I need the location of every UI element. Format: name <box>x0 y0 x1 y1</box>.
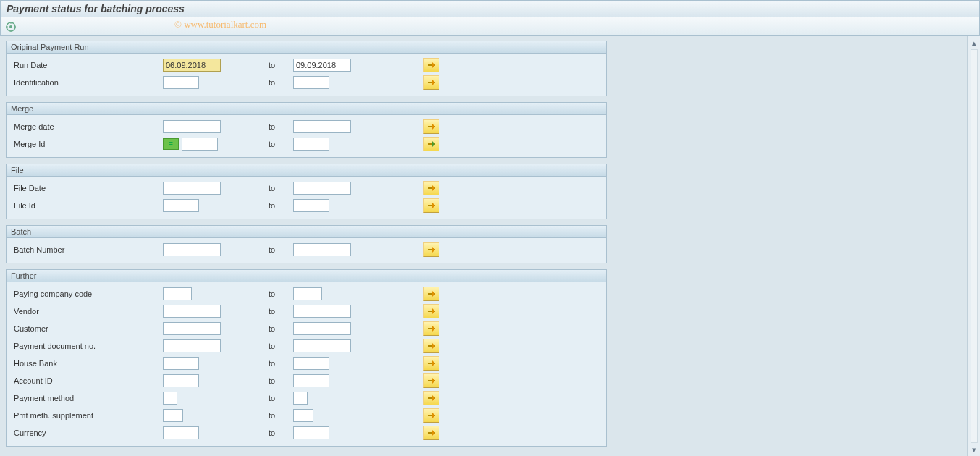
to-label: to <box>264 376 293 385</box>
file-id-from[interactable] <box>163 199 199 212</box>
multiselect-button[interactable] <box>423 304 439 318</box>
scroll-track[interactable] <box>971 49 978 443</box>
group-further: Further Paying company code to Vendor to… <box>6 269 607 447</box>
group-file: File File Date to File Id to <box>6 164 607 219</box>
equals-indicator-icon[interactable] <box>163 138 179 150</box>
label-run-date: Run Date <box>11 61 163 69</box>
multiselect-button-active[interactable] <box>423 137 439 151</box>
currency-to[interactable] <box>293 426 329 439</box>
label-file-id: File Id <box>11 201 163 210</box>
run-date-to[interactable] <box>293 59 351 72</box>
vendor-to[interactable] <box>293 305 351 318</box>
label-customer: Customer <box>11 324 163 333</box>
payment-doc-from[interactable] <box>163 339 221 352</box>
payment-method-from[interactable] <box>163 392 177 405</box>
account-id-to[interactable] <box>293 374 329 387</box>
group-header: Original Payment Run <box>7 41 606 54</box>
multiselect-button[interactable] <box>423 339 439 353</box>
row-currency: Currency to <box>11 424 601 442</box>
multiselect-button[interactable] <box>423 119 439 134</box>
row-payment-method: Payment method to <box>11 389 601 407</box>
merge-id-to[interactable] <box>293 138 329 151</box>
to-label: to <box>264 324 293 333</box>
file-date-from[interactable] <box>163 182 221 195</box>
account-id-from[interactable] <box>163 374 199 387</box>
run-date-from[interactable] <box>163 59 221 72</box>
customer-from[interactable] <box>163 322 221 335</box>
label-merge-date: Merge date <box>11 122 163 131</box>
house-bank-to[interactable] <box>293 357 329 370</box>
watermark-text: © www.tutorialkart.com <box>174 19 266 30</box>
svg-point-1 <box>9 25 12 28</box>
execute-icon[interactable] <box>5 21 17 33</box>
row-file-id: File Id to <box>11 197 601 214</box>
label-house-bank: House Bank <box>11 359 163 368</box>
to-label: to <box>264 245 293 254</box>
selection-screen: Original Payment Run Run Date to Identif… <box>0 36 966 456</box>
multiselect-button[interactable] <box>423 287 439 301</box>
scroll-up-icon[interactable]: ▴ <box>969 38 979 48</box>
multiselect-button[interactable] <box>423 242 439 257</box>
to-label: to <box>264 428 293 437</box>
customer-to[interactable] <box>293 322 351 335</box>
multiselect-button[interactable] <box>423 198 439 213</box>
row-payment-document-no: Payment document no. to <box>11 337 601 355</box>
group-header: File <box>7 164 606 177</box>
label-currency: Currency <box>11 428 163 437</box>
merge-date-from[interactable] <box>163 120 221 133</box>
to-label: to <box>264 122 293 131</box>
batch-number-from[interactable] <box>163 243 221 256</box>
merge-date-to[interactable] <box>293 120 351 133</box>
row-pmt-supplement: Pmt meth. supplement to <box>11 407 601 424</box>
group-original-payment-run: Original Payment Run Run Date to Identif… <box>6 41 607 96</box>
group-header: Batch <box>7 226 606 238</box>
payment-method-to[interactable] <box>293 392 308 405</box>
to-label: to <box>264 61 293 69</box>
row-identification: Identification to <box>11 74 601 91</box>
vendor-from[interactable] <box>163 305 221 318</box>
row-vendor: Vendor to <box>11 303 601 320</box>
group-header: Further <box>7 270 606 282</box>
label-payment-method: Payment method <box>11 394 163 402</box>
paying-cc-from[interactable] <box>163 287 192 300</box>
multiselect-button[interactable] <box>423 373 439 388</box>
to-label: to <box>264 394 293 402</box>
house-bank-from[interactable] <box>163 357 199 370</box>
multiselect-button[interactable] <box>423 58 439 72</box>
multiselect-button[interactable] <box>423 391 439 405</box>
row-account-id: Account ID to <box>11 372 601 389</box>
to-label: to <box>264 184 293 193</box>
vertical-scrollbar[interactable]: ▴ ▾ <box>967 36 980 456</box>
row-merge-id: Merge Id to <box>11 135 601 153</box>
payment-doc-to[interactable] <box>293 339 351 352</box>
pmt-supp-from[interactable] <box>163 409 183 422</box>
multiselect-button[interactable] <box>423 181 439 195</box>
row-house-bank: House Bank to <box>11 355 601 372</box>
paying-cc-to[interactable] <box>293 287 322 300</box>
identification-from[interactable] <box>163 76 199 89</box>
multiselect-button[interactable] <box>423 75 439 90</box>
group-header: Merge <box>7 103 606 115</box>
row-customer: Customer to <box>11 320 601 337</box>
label-pmt-supp: Pmt meth. supplement <box>11 411 163 420</box>
multiselect-button[interactable] <box>423 356 439 371</box>
scroll-down-icon[interactable]: ▾ <box>969 444 979 455</box>
identification-to[interactable] <box>293 76 329 89</box>
group-batch: Batch Batch Number to <box>6 225 607 263</box>
to-label: to <box>264 290 293 298</box>
merge-id-from[interactable] <box>182 138 218 151</box>
row-file-date: File Date to <box>11 180 601 197</box>
file-date-to[interactable] <box>293 182 351 195</box>
group-merge: Merge Merge date to Merge Id to <box>6 102 607 158</box>
row-run-date: Run Date to <box>11 56 601 74</box>
to-label: to <box>264 201 293 210</box>
file-id-to[interactable] <box>293 199 329 212</box>
multiselect-button[interactable] <box>423 408 439 423</box>
pmt-supp-to[interactable] <box>293 409 313 422</box>
multiselect-button[interactable] <box>423 321 439 336</box>
to-label: to <box>264 78 293 87</box>
currency-from[interactable] <box>163 426 199 439</box>
multiselect-button[interactable] <box>423 426 439 440</box>
batch-number-to[interactable] <box>293 243 351 256</box>
to-label: to <box>264 411 293 420</box>
